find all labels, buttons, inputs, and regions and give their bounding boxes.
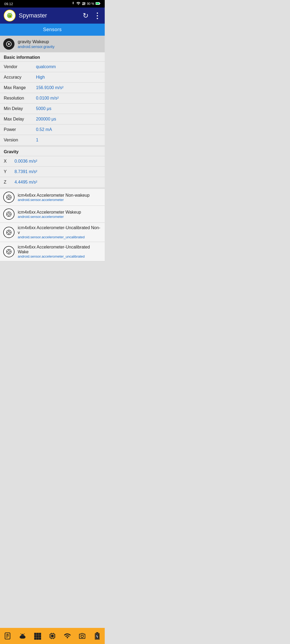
sensor-list-package-3: android.sensor.accelerometer_uncalibrate…	[18, 235, 102, 239]
svg-point-12	[9, 14, 9, 14]
max-range-label: Max Range	[4, 85, 36, 90]
sensor-list-text-2: icm4x6xx Accelerometer Wakeup android.se…	[18, 210, 81, 219]
app-logo	[4, 10, 16, 21]
sensor-header: gravity Wakeup android.sensor.gravity	[0, 36, 105, 52]
sensor-package: android.sensor.gravity	[18, 45, 55, 49]
gravity-title: Gravity	[0, 147, 105, 156]
svg-point-34	[8, 231, 10, 233]
gravity-axis-z: Z	[4, 180, 15, 185]
vendor-value: qualcomm	[36, 64, 56, 69]
app-title: Spymaster	[19, 12, 83, 19]
gravity-value-y: 8.7391 m/s²	[15, 169, 37, 174]
svg-point-22	[8, 196, 10, 198]
resolution-value: 0.0100 m/s²	[36, 96, 59, 101]
svg-point-20	[8, 43, 10, 45]
max-delay-label: Max Delay	[4, 117, 36, 122]
gravity-row-y: Y 8.7391 m/s²	[0, 166, 105, 177]
svg-rect-1	[83, 3, 84, 5]
sensor-list-text-3: icm4x6xx Accelerometer-Uncalibrated Non-…	[18, 225, 102, 239]
gravity-row-z: Z 4.4495 m/s²	[0, 177, 105, 187]
sensor-icon	[3, 38, 15, 50]
sensor-list-icon-1	[3, 192, 15, 203]
svg-rect-11	[9, 15, 11, 17]
resolution-label: Resolution	[4, 96, 36, 101]
sensor-list-icon-3	[3, 227, 15, 238]
app-bar-actions: ↻ ⋮	[83, 11, 101, 20]
gravity-row-x: X 0.0036 m/s²	[0, 156, 105, 166]
gravity-value-x: 0.0036 m/s²	[15, 159, 37, 164]
svg-point-40	[8, 251, 10, 253]
info-row-resolution: Resolution 0.0100 m/s²	[0, 93, 105, 103]
battery-percentage: 90 %	[87, 2, 94, 6]
svg-rect-3	[85, 2, 85, 5]
battery-icon: ⚡	[96, 2, 100, 6]
version-label: Version	[4, 138, 36, 142]
vendor-label: Vendor	[4, 64, 36, 69]
sensor-list-text-4: icm4x6xx Accelerometer-Uncalibrated Wake…	[18, 245, 102, 258]
svg-point-28	[8, 213, 10, 215]
info-row-version: Version 1	[0, 135, 105, 145]
svg-rect-6	[100, 3, 100, 4]
sensor-list-name-2: icm4x6xx Accelerometer Wakeup	[18, 210, 81, 215]
sensor-list-icon-2	[3, 208, 15, 220]
basic-info-card: Basic information Vendor qualcomm Accura…	[0, 52, 105, 145]
svg-rect-2	[84, 3, 85, 5]
list-item[interactable]: icm4x6xx Accelerometer-Uncalibrated Non-…	[0, 223, 105, 242]
sensor-list-name-4: icm4x6xx Accelerometer-Uncalibrated Wake	[18, 245, 102, 254]
svg-point-13	[10, 14, 11, 14]
gravity-axis-x: X	[4, 159, 15, 164]
sensor-list-package-2: android.sensor.accelerometer	[18, 215, 81, 219]
list-item[interactable]: icm4x6xx Accelerometer-Uncalibrated Wake…	[0, 242, 105, 261]
svg-rect-0	[82, 4, 83, 5]
status-icons: 90 % ⚡	[71, 1, 100, 6]
svg-line-19	[12, 17, 13, 19]
sensor-list: icm4x6xx Accelerometer Non-wakeup androi…	[0, 189, 105, 261]
accuracy-value: High	[36, 75, 45, 80]
version-value: 1	[36, 138, 38, 142]
sensor-name: gravity Wakeup	[18, 39, 55, 45]
gravity-axis-y: Y	[4, 169, 15, 174]
sensors-tab[interactable]: Sensors	[43, 27, 62, 32]
min-delay-value: 5000 μs	[36, 106, 51, 111]
power-value: 0.52 mA	[36, 127, 52, 132]
info-row-max-range: Max Range 156.9100 m/s²	[0, 82, 105, 93]
svg-point-17	[11, 13, 12, 13]
refresh-button[interactable]: ↻	[83, 12, 89, 20]
info-row-accuracy: Accuracy High	[0, 72, 105, 82]
list-item[interactable]: icm4x6xx Accelerometer Non-wakeup androi…	[0, 189, 105, 206]
info-row-min-delay: Min Delay 5000 μs	[0, 103, 105, 114]
max-delay-value: 200000 μs	[36, 117, 56, 122]
status-time: 09.12	[4, 2, 13, 6]
sensor-list-package-4: android.sensor.accelerometer_uncalibrate…	[18, 254, 102, 258]
sensor-list-name-3: icm4x6xx Accelerometer-Uncalibrated Non-…	[18, 225, 102, 235]
bluetooth-icon	[71, 2, 75, 6]
status-bar: 09.12 90 % ⚡	[0, 0, 105, 8]
signal-icon	[82, 2, 86, 6]
more-options-button[interactable]: ⋮	[93, 11, 101, 20]
sensor-list-icon-4	[3, 246, 15, 257]
info-row-max-delay: Max Delay 200000 μs	[0, 114, 105, 124]
basic-info-title: Basic information	[0, 52, 105, 61]
sensor-list-text-1: icm4x6xx Accelerometer Non-wakeup androi…	[18, 193, 90, 202]
info-row-power: Power 0.52 mA	[0, 124, 105, 135]
power-label: Power	[4, 127, 36, 132]
list-item[interactable]: icm4x6xx Accelerometer Wakeup android.se…	[0, 206, 105, 223]
tab-bar: Sensors	[0, 24, 105, 36]
min-delay-label: Min Delay	[4, 106, 36, 111]
max-range-value: 156.9100 m/s²	[36, 85, 63, 90]
sensor-list-package-1: android.sensor.accelerometer	[18, 198, 90, 202]
svg-text:⚡: ⚡	[96, 3, 98, 5]
gravity-section: Gravity X 0.0036 m/s² Y 8.7391 m/s² Z 4.…	[0, 147, 105, 187]
accuracy-label: Accuracy	[4, 75, 36, 80]
sensor-list-name-1: icm4x6xx Accelerometer Non-wakeup	[18, 193, 90, 198]
app-bar: Spymaster ↻ ⋮	[0, 8, 105, 24]
gravity-value-z: 4.4495 m/s²	[15, 180, 37, 185]
svg-point-16	[8, 13, 8, 13]
info-row-vendor: Vendor qualcomm	[0, 61, 105, 72]
sensor-header-text: gravity Wakeup android.sensor.gravity	[18, 39, 55, 49]
wifi-icon	[76, 1, 81, 6]
